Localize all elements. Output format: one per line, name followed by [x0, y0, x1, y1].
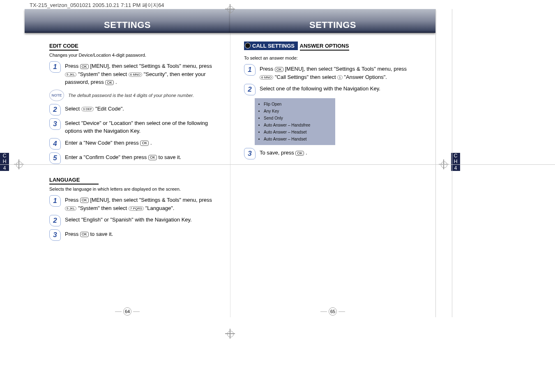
- ch-num: 4: [454, 165, 457, 171]
- lang-step-2: 2 Select "English" or "Spanish" with the…: [49, 215, 216, 226]
- lang-step-1: 1 Press OK [MENU], then select "Settings…: [49, 195, 216, 212]
- key-5-icon: 5 JKL: [65, 72, 76, 77]
- edit-step-4: 4 Enter a "New Code" then press OK .: [49, 138, 216, 150]
- step-body: To save, press OK .: [260, 148, 307, 157]
- banner-right: SETTINGS: [230, 9, 435, 33]
- step-badge: 2: [49, 215, 61, 226]
- ans-step-2: 2 Select one of the following with the N…: [244, 84, 411, 95]
- step-badge: 3: [49, 118, 61, 130]
- step-badge: 3: [244, 148, 256, 159]
- edit-step-3: 3 Select "Device" or "Location" then sel…: [49, 118, 216, 135]
- note-icon: NOTE: [49, 90, 64, 101]
- ch-text: CH: [3, 153, 7, 164]
- answer-options-title: ANSWER OPTIONS: [300, 43, 349, 51]
- ok-key-icon: OK: [275, 67, 283, 72]
- edit-code-title: EDIT CODE: [49, 43, 78, 51]
- ok-key-icon: OK: [140, 141, 149, 146]
- key-7-icon: 7 PQRS: [129, 206, 144, 211]
- crop-guide: [435, 9, 436, 317]
- page-number-right: 65: [320, 307, 345, 316]
- step-body: Select 3 DEF "Edit Code".: [65, 104, 124, 113]
- step-badge: 3: [49, 229, 61, 241]
- ok-key-icon: OK: [295, 151, 304, 156]
- step-badge: 2: [244, 84, 256, 95]
- edit-step-5: 5 Enter a "Confirm Code" then press OK t…: [49, 152, 216, 164]
- step-badge: 2: [49, 104, 61, 115]
- answer-options-box: Flip OpenAny KeySend OnlyAuto Answer – H…: [255, 98, 335, 145]
- page-right: SETTINGS CH 4 CALL SETTINGS ANSWER OPTIO…: [230, 9, 435, 317]
- list-item: Auto Answer – Handsfree: [264, 122, 332, 129]
- ans-step-1: 1 Press OK [MENU], then select "Settings…: [244, 64, 411, 81]
- registration-mark-icon: [225, 4, 235, 14]
- registration-mark-icon: [225, 329, 235, 339]
- key-5-icon: 5 JKL: [65, 206, 76, 211]
- banner-title-right: SETTINGS: [309, 20, 356, 33]
- ans-step-3: 3 To save, press OK .: [244, 148, 411, 159]
- language-subtitle: Selects the language in which letters ar…: [49, 186, 216, 192]
- list-item: Flip Open: [264, 101, 332, 108]
- banner-title-left: SETTINGS: [104, 20, 151, 33]
- step-body: Select "English" or "Spanish" with the N…: [65, 215, 192, 224]
- list-item: Auto Answer – Headset: [264, 129, 332, 136]
- edit-code-subtitle: Changes your Device/Location 4-digit pas…: [49, 52, 216, 58]
- key-3-icon: 3 DEF: [81, 107, 94, 112]
- key-1-icon: 1: [337, 75, 342, 80]
- note-row: NOTE The default password is the last 4 …: [49, 90, 216, 101]
- ch-text: CH: [454, 153, 458, 164]
- file-header: TX-215_verizon_0501021 2005.10.21 7:11 P…: [30, 2, 164, 9]
- lang-step-3: 3 Press OK to save it.: [49, 229, 216, 241]
- note-text: The default password is the last 4 digit…: [68, 93, 194, 98]
- step-badge: 1: [49, 61, 61, 73]
- banner-left: SETTINGS: [25, 9, 230, 33]
- page-left: SETTINGS CH 4 EDIT CODE Changes your Dev…: [25, 9, 230, 317]
- two-page-spread: SETTINGS CH 4 EDIT CODE Changes your Dev…: [25, 9, 435, 317]
- step-badge: 5: [49, 152, 61, 164]
- key-6-icon: 6 MNO: [129, 72, 142, 77]
- page-number-left: 64: [115, 307, 140, 316]
- call-settings-tab: CALL SETTINGS: [244, 42, 298, 50]
- ch-num: 4: [3, 165, 6, 171]
- language-title: LANGUAGE: [49, 177, 99, 184]
- step-body: Press OK [MENU], then select "Settings &…: [260, 64, 411, 81]
- key-6-icon: 6 MNO: [260, 75, 273, 80]
- step-badge: 1: [244, 64, 256, 76]
- crop-guide: [0, 164, 555, 165]
- step-body: Press OK [MENU], then select "Settings &…: [65, 61, 216, 86]
- ok-key-icon: OK: [80, 198, 89, 203]
- step-body: Enter a "Confirm Code" then press OK to …: [65, 152, 181, 161]
- list-item: Send Only: [264, 115, 332, 122]
- edit-step-1: 1 Press OK [MENU], then select "Settings…: [49, 61, 216, 86]
- step-body: Press OK [MENU], then select "Settings &…: [65, 195, 216, 212]
- list-item: Auto Answer – Handset: [264, 136, 332, 143]
- answer-options-subtitle: To select an answer mode:: [244, 55, 411, 61]
- list-item: Any Key: [264, 108, 332, 115]
- ok-key-icon: OK: [80, 64, 89, 69]
- step-body: Press OK to save it.: [65, 229, 113, 238]
- chapter-badge-left: CH 4: [0, 153, 9, 171]
- step-body: Select "Device" or "Location" then selec…: [65, 118, 216, 135]
- step-badge: 4: [49, 138, 61, 150]
- edit-step-2: 2 Select 3 DEF "Edit Code".: [49, 104, 216, 115]
- ok-key-icon: OK: [105, 80, 114, 85]
- ok-key-icon: OK: [80, 232, 89, 237]
- step-body: Enter a "New Code" then press OK .: [65, 138, 152, 147]
- ok-key-icon: OK: [148, 155, 157, 160]
- crop-guide: [452, 9, 452, 317]
- chapter-badge-right: CH 4: [451, 153, 460, 171]
- step-badge: 1: [49, 195, 61, 207]
- step-body: Select one of the following with the Nav…: [260, 84, 380, 93]
